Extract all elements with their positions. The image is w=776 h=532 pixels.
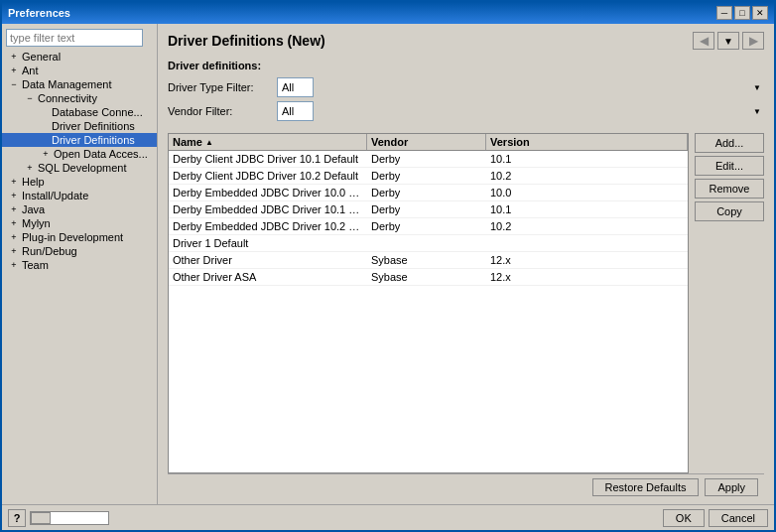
table-row[interactable]: Derby Client JDBC Driver 10.1 Default De… bbox=[169, 151, 688, 168]
sidebar-item-driver-definitions-selected[interactable]: Driver Definitions bbox=[2, 133, 157, 147]
edit-button[interactable]: Edit... bbox=[695, 156, 764, 176]
table-row[interactable]: Derby Client JDBC Driver 10.2 Default De… bbox=[169, 168, 688, 185]
section-label: Driver definitions: bbox=[168, 60, 764, 71]
vendor-filter-select[interactable]: All bbox=[277, 101, 314, 121]
sidebar-label-driver-definitions: Driver Definitions bbox=[52, 120, 135, 132]
cell-name: Derby Client JDBC Driver 10.2 Default bbox=[169, 169, 367, 183]
sidebar-filter-input[interactable] bbox=[6, 29, 143, 47]
sidebar-label-run-debug: Run/Debug bbox=[22, 245, 77, 257]
cell-vendor: Sybase bbox=[367, 253, 486, 267]
nav-separator: ▼ bbox=[717, 32, 739, 50]
sidebar-label-ant: Ant bbox=[22, 65, 39, 76]
side-buttons: Add... Edit... Remove Copy bbox=[695, 133, 764, 473]
table-area: Name ▲ Vendor Version Derby Clie bbox=[168, 133, 764, 473]
sidebar-item-data-management[interactable]: − Data Management bbox=[2, 77, 157, 91]
horizontal-scrollbar[interactable] bbox=[30, 511, 109, 525]
col-header-name[interactable]: Name ▲ bbox=[169, 134, 367, 150]
cell-version: 12.x bbox=[486, 253, 688, 267]
cancel-button[interactable]: Cancel bbox=[709, 509, 768, 527]
bottom-bar: Restore Defaults Apply bbox=[168, 473, 764, 500]
sidebar-item-mylyn[interactable]: + Mylyn bbox=[2, 216, 157, 230]
cell-vendor: Derby bbox=[367, 186, 486, 200]
sidebar-label-team: Team bbox=[22, 259, 49, 271]
table-row[interactable]: Other Driver ASA Sybase 12.x bbox=[169, 269, 688, 286]
expander-ant: + bbox=[6, 66, 22, 75]
expander-general: + bbox=[6, 52, 22, 62]
table-row[interactable]: Derby Embedded JDBC Driver 10.1 D... Der… bbox=[169, 201, 688, 218]
forward-arrow-icon: ▶ bbox=[749, 34, 758, 48]
expander-connectivity: − bbox=[22, 93, 38, 103]
add-button[interactable]: Add... bbox=[695, 133, 764, 153]
window-title: Preferences bbox=[8, 7, 70, 19]
cell-name: Derby Embedded JDBC Driver 10.1 D... bbox=[169, 202, 367, 216]
table-header: Name ▲ Vendor Version bbox=[169, 134, 688, 151]
type-filter-select[interactable]: All bbox=[277, 77, 314, 97]
maximize-button[interactable]: □ bbox=[734, 6, 750, 20]
vendor-filter-row: Vendor Filter: All bbox=[168, 101, 764, 121]
sidebar-item-plugin-development[interactable]: + Plug-in Development bbox=[2, 230, 157, 244]
minimize-button[interactable]: ─ bbox=[716, 6, 732, 20]
copy-button[interactable]: Copy bbox=[695, 201, 764, 221]
expander-data-management: − bbox=[6, 79, 22, 89]
restore-defaults-button[interactable]: Restore Defaults bbox=[592, 478, 700, 496]
sidebar-label-connectivity: Connectivity bbox=[38, 92, 97, 104]
type-filter-row: Driver Type Filter: All bbox=[168, 77, 764, 97]
sidebar-item-help[interactable]: + Help bbox=[2, 175, 157, 189]
table-row[interactable]: Other Driver Sybase 12.x bbox=[169, 252, 688, 269]
nav-forward-button[interactable]: ▶ bbox=[742, 32, 764, 50]
panel-title: Driver Definitions (New) bbox=[168, 33, 325, 49]
cell-version: 10.2 bbox=[486, 219, 688, 233]
cell-version: 10.1 bbox=[486, 152, 688, 166]
sidebar: + General + Ant − Data Management − Conn… bbox=[2, 24, 158, 504]
table-row[interactable]: Driver 1 Default bbox=[169, 235, 688, 252]
sidebar-item-open-data-access[interactable]: + Open Data Acces... bbox=[2, 147, 157, 161]
vendor-filter-wrapper: All bbox=[277, 101, 764, 121]
sidebar-item-install-update[interactable]: + Install/Update bbox=[2, 189, 157, 202]
cell-version: 10.2 bbox=[486, 169, 688, 183]
cell-vendor: Derby bbox=[367, 219, 486, 233]
sidebar-item-java[interactable]: + Java bbox=[2, 202, 157, 216]
nav-back-button[interactable]: ◀ bbox=[693, 32, 714, 50]
sidebar-label-driver-definitions-selected: Driver Definitions bbox=[52, 134, 135, 146]
table-row[interactable]: Derby Embedded JDBC Driver 10.2 D... Der… bbox=[169, 218, 688, 235]
cell-name: Derby Embedded JDBC Driver 10.2 D... bbox=[169, 219, 367, 233]
sidebar-item-connectivity[interactable]: − Connectivity bbox=[2, 91, 157, 105]
sidebar-item-ant[interactable]: + Ant bbox=[2, 64, 157, 77]
vendor-filter-label: Vendor Filter: bbox=[168, 105, 277, 117]
cell-vendor: Derby bbox=[367, 169, 486, 183]
remove-button[interactable]: Remove bbox=[695, 179, 764, 199]
sort-arrow-icon: ▲ bbox=[205, 138, 213, 147]
sidebar-label-help: Help bbox=[22, 176, 45, 188]
cell-name: Other Driver ASA bbox=[169, 270, 367, 284]
expander-install-update: + bbox=[6, 191, 22, 200]
sidebar-item-general[interactable]: + General bbox=[2, 50, 157, 64]
expander-team: + bbox=[6, 260, 22, 270]
expander-run-debug: + bbox=[6, 246, 22, 256]
cell-vendor bbox=[367, 236, 486, 250]
cell-name: Derby Embedded JDBC Driver 10.0 D... bbox=[169, 186, 367, 200]
nav-buttons: ◀ ▼ ▶ bbox=[693, 32, 764, 50]
ok-button[interactable]: OK bbox=[663, 509, 705, 527]
expander-mylyn: + bbox=[6, 218, 22, 228]
sidebar-item-run-debug[interactable]: + Run/Debug bbox=[2, 244, 157, 258]
expander-sql-development: + bbox=[22, 163, 38, 173]
sidebar-item-team[interactable]: + Team bbox=[2, 258, 157, 272]
sidebar-item-sql-development[interactable]: + SQL Development bbox=[2, 161, 157, 175]
panel-body: Driver definitions: Driver Type Filter: … bbox=[168, 60, 764, 473]
help-button[interactable]: ? bbox=[8, 509, 26, 527]
cell-version: 10.0 bbox=[486, 186, 688, 200]
cell-version bbox=[486, 236, 688, 250]
col-header-vendor[interactable]: Vendor bbox=[367, 134, 486, 150]
col-version-label: Version bbox=[490, 136, 530, 148]
back-arrow-icon: ◀ bbox=[700, 34, 709, 48]
sidebar-label-java: Java bbox=[22, 203, 45, 215]
table-row[interactable]: Derby Embedded JDBC Driver 10.0 D... Der… bbox=[169, 185, 688, 201]
sidebar-item-driver-definitions[interactable]: Driver Definitions bbox=[2, 119, 157, 133]
close-button[interactable]: ✕ bbox=[752, 6, 768, 20]
sidebar-item-database-connections[interactable]: Database Conne... bbox=[2, 105, 157, 119]
apply-button[interactable]: Apply bbox=[705, 478, 758, 496]
col-header-version[interactable]: Version bbox=[486, 134, 688, 150]
sidebar-label-install-update: Install/Update bbox=[22, 190, 88, 201]
expander-plugin-development: + bbox=[6, 232, 22, 242]
cell-name: Other Driver bbox=[169, 253, 367, 267]
